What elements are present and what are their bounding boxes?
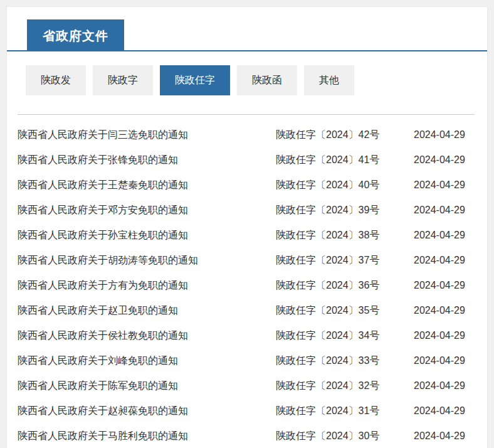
doc-title-link[interactable]: 陕西省人民政府关于闫三选免职的通知	[18, 129, 276, 142]
doc-number: 陕政任字〔2024〕37号	[276, 254, 414, 267]
doc-title-link[interactable]: 陕西省人民政府关于侯社教免职的通知	[18, 329, 276, 343]
doc-number: 陕政任字〔2024〕41号	[276, 154, 414, 167]
doc-list-item[interactable]: 陕西省人民政府关于邓方安免职的通知 陕政任字〔2024〕39号 2024-04-…	[7, 198, 487, 223]
doc-title-link[interactable]: 陕西省人民政府关于马胜利免职的通知	[18, 430, 276, 443]
doc-title-link[interactable]: 陕西省人民政府关于刘峰免职的通知	[18, 355, 276, 368]
doc-number: 陕政任字〔2024〕36号	[276, 279, 414, 292]
doc-title-link[interactable]: 陕西省人民政府关于孙宝柱免职的通知	[18, 229, 276, 242]
doc-date: 2024-04-29	[414, 430, 468, 442]
document-list: 陕西省人民政府关于闫三选免职的通知 陕政任字〔2024〕42号 2024-04-…	[7, 115, 487, 448]
doc-number: 陕政任字〔2024〕30号	[276, 430, 414, 443]
doc-number: 陕政任字〔2024〕42号	[276, 129, 414, 142]
filter-tabs: 陕政发 陕政字 陕政任字 陕政函 其他	[26, 65, 487, 95]
doc-title-link[interactable]: 陕西省人民政府关于张锋免职的通知	[18, 154, 276, 167]
doc-number: 陕政任字〔2024〕39号	[276, 204, 414, 217]
doc-list-item[interactable]: 陕西省人民政府关于赵卫免职的通知 陕政任字〔2024〕35号 2024-04-2…	[7, 298, 487, 323]
tab-shanzhengzi[interactable]: 陕政字	[93, 65, 153, 95]
doc-title-link[interactable]: 陕西省人民政府关于赵卫免职的通知	[18, 304, 276, 317]
doc-title-link[interactable]: 陕西省人民政府关于胡劲涛等免职的通知	[18, 254, 276, 267]
doc-number: 陕政任字〔2024〕33号	[276, 355, 414, 368]
doc-title-link[interactable]: 陕西省人民政府关于陈军免职的通知	[18, 380, 276, 393]
tab-shanzhengfa[interactable]: 陕政发	[26, 65, 86, 95]
doc-date: 2024-04-29	[414, 330, 468, 341]
tab-shanzhenghan[interactable]: 陕政函	[237, 65, 297, 95]
doc-number: 陕政任字〔2024〕32号	[276, 380, 414, 393]
doc-date: 2024-04-29	[414, 280, 468, 291]
doc-date: 2024-04-29	[414, 305, 468, 316]
doc-title-link[interactable]: 陕西省人民政府关于王楚秦免职的通知	[18, 179, 276, 192]
doc-date: 2024-04-29	[414, 380, 468, 392]
doc-list-item[interactable]: 陕西省人民政府关于侯社教免职的通知 陕政任字〔2024〕34号 2024-04-…	[7, 323, 487, 348]
doc-list-item[interactable]: 陕西省人民政府关于王楚秦免职的通知 陕政任字〔2024〕40号 2024-04-…	[7, 173, 487, 198]
doc-list-item[interactable]: 陕西省人民政府关于刘峰免职的通知 陕政任字〔2024〕33号 2024-04-2…	[7, 348, 487, 373]
doc-date: 2024-04-29	[414, 205, 468, 216]
doc-title-link[interactable]: 陕西省人民政府关于方有为免职的通知	[18, 279, 276, 292]
doc-number: 陕政任字〔2024〕35号	[276, 304, 414, 317]
tab-qita[interactable]: 其他	[304, 65, 354, 95]
doc-list-item[interactable]: 陕西省人民政府关于陈军免职的通知 陕政任字〔2024〕32号 2024-04-2…	[7, 373, 487, 398]
doc-date: 2024-04-29	[414, 179, 468, 191]
doc-date: 2024-04-29	[414, 129, 468, 141]
doc-number: 陕政任字〔2024〕31号	[276, 405, 414, 418]
page-title: 省政府文件	[27, 19, 124, 50]
doc-list-item[interactable]: 陕西省人民政府关于赵昶葆免职的通知 陕政任字〔2024〕31号 2024-04-…	[7, 398, 487, 424]
doc-number: 陕政任字〔2024〕38号	[276, 229, 414, 242]
doc-list-item[interactable]: 陕西省人民政府关于孙宝柱免职的通知 陕政任字〔2024〕38号 2024-04-…	[7, 223, 487, 248]
tab-shanzhengrenzi[interactable]: 陕政任字	[160, 65, 230, 95]
doc-date: 2024-04-29	[414, 405, 468, 417]
doc-date: 2024-04-29	[414, 355, 468, 366]
doc-list-item[interactable]: 陕西省人民政府关于马胜利免职的通知 陕政任字〔2024〕30号 2024-04-…	[7, 424, 487, 448]
content-panel: 省政府文件 陕政发 陕政字 陕政任字 陕政函 其他 陕西省人民政府关于闫三选免职…	[6, 6, 488, 448]
doc-list-item[interactable]: 陕西省人民政府关于闫三选免职的通知 陕政任字〔2024〕42号 2024-04-…	[7, 122, 487, 147]
doc-date: 2024-04-29	[414, 154, 468, 166]
doc-title-link[interactable]: 陕西省人民政府关于赵昶葆免职的通知	[18, 405, 276, 418]
doc-list-item[interactable]: 陕西省人民政府关于张锋免职的通知 陕政任字〔2024〕41号 2024-04-2…	[7, 147, 487, 173]
doc-number: 陕政任字〔2024〕40号	[276, 179, 414, 192]
section-header: 省政府文件	[7, 7, 487, 51]
doc-list-item[interactable]: 陕西省人民政府关于方有为免职的通知 陕政任字〔2024〕36号 2024-04-…	[7, 273, 487, 298]
doc-date: 2024-04-29	[414, 255, 468, 266]
doc-date: 2024-04-29	[414, 230, 468, 241]
doc-number: 陕政任字〔2024〕34号	[276, 329, 414, 343]
doc-list-item[interactable]: 陕西省人民政府关于胡劲涛等免职的通知 陕政任字〔2024〕37号 2024-04…	[7, 248, 487, 273]
doc-title-link[interactable]: 陕西省人民政府关于邓方安免职的通知	[18, 204, 276, 217]
